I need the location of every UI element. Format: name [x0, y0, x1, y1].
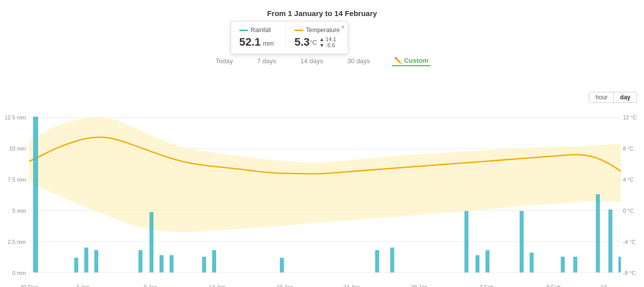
- x-label-8: 8 Feb: [546, 284, 560, 287]
- bar-16: [520, 211, 524, 272]
- tooltip-temp-label: Temperature: [294, 27, 340, 34]
- y-right-1: 8 °C: [623, 146, 634, 152]
- bar-18: [561, 257, 565, 272]
- bar-13: [464, 211, 468, 272]
- y-right-2: 4 °C: [623, 177, 634, 183]
- tooltip-rainfall-label: Rainfall: [239, 27, 278, 34]
- y-right-3: 0 °C: [623, 208, 634, 214]
- chart-area: 12.5 mm 10 mm 7.5 mm 5 mm 2.5 mm 0 mm 12…: [0, 100, 644, 273]
- bar-2: [84, 247, 88, 272]
- tab-7days[interactable]: 7 days: [255, 56, 278, 66]
- period-tabs: Today 7 days 14 days 30 days ✏️ Custom: [0, 56, 644, 66]
- bar-6: [159, 255, 164, 272]
- y-axis-left: 12.5 mm 10 mm 7.5 mm 5 mm 2.5 mm 0 mm: [0, 100, 29, 273]
- temp-legend-line: [294, 30, 303, 31]
- temperature-value: 5.3: [294, 36, 310, 49]
- bar-4: [138, 250, 142, 272]
- y-axis-right: 12 °C 8 °C 4 °C 0 °C -4 °C -8 °C: [621, 100, 644, 273]
- tooltip-popup: Rainfall 52.1 mm Temperature 5.3 °C ▲ 14…: [231, 21, 348, 54]
- bar-5: [149, 212, 153, 272]
- bar-12: [390, 247, 394, 272]
- bar-8: [202, 257, 206, 272]
- chart-svg-wrapper: [29, 100, 621, 273]
- pencil-icon: ✏️: [394, 57, 402, 64]
- bar-9: [212, 250, 216, 272]
- tab-30days[interactable]: 30 days: [345, 56, 372, 66]
- bar-20: [596, 194, 600, 272]
- temp-minmax: ▲ 14.1 ▼ -5.6: [319, 36, 336, 48]
- bar-10: [280, 258, 284, 272]
- x-label-2: 9 Jan: [143, 284, 157, 287]
- x-label-6: 29 Jan: [411, 284, 427, 287]
- x-label-4: 19 Jan: [276, 284, 293, 287]
- bar-17: [530, 253, 534, 272]
- tab-today[interactable]: Today: [214, 56, 235, 66]
- y-left-4: 2.5 mm: [8, 239, 26, 245]
- bar-1: [74, 258, 78, 272]
- bar-15: [486, 250, 490, 272]
- y-left-3: 5 mm: [13, 208, 27, 214]
- bar-21: [608, 210, 612, 272]
- rainfall-value: 52.1: [239, 36, 261, 48]
- tab-custom[interactable]: ✏️ Custom: [392, 56, 430, 66]
- chart-svg: [29, 100, 621, 273]
- tooltip-temperature: Temperature 5.3 °C ▲ 14.1 ▼ -5.6: [286, 22, 348, 54]
- tooltip-close-button[interactable]: ×: [341, 24, 345, 30]
- chart-title: From 1 January to 14 February: [0, 0, 644, 22]
- x-label-5: 24 Jan: [344, 284, 360, 287]
- y-right-5: -8 °C: [623, 270, 635, 276]
- rainfall-unit: mm: [263, 40, 274, 47]
- rainfall-legend-line: [239, 30, 248, 31]
- bar-14: [475, 255, 479, 272]
- bar-0: [33, 116, 38, 272]
- y-right-0: 12 °C: [623, 114, 637, 120]
- temp-band: [29, 117, 621, 232]
- bar-19: [573, 257, 577, 272]
- y-right-4: -4 °C: [623, 239, 635, 245]
- bar-3: [94, 250, 98, 272]
- y-left-1: 10 mm: [9, 146, 26, 152]
- y-left-2: 7.5 mm: [8, 177, 26, 183]
- chart-container: From 1 January to 14 February Rainfall 5…: [0, 0, 644, 287]
- x-label-1: 4 Jan: [76, 284, 90, 287]
- bar-22: [618, 257, 621, 272]
- tab-14days[interactable]: 14 days: [298, 56, 326, 66]
- x-label-3: 14 Jan: [209, 284, 226, 287]
- y-left-0: 12.5 mm: [5, 114, 26, 120]
- bar-11: [375, 250, 379, 272]
- bar-7: [170, 255, 174, 272]
- temperature-unit: °C: [310, 39, 317, 46]
- x-label-7: 3 Feb: [479, 284, 494, 287]
- x-label-9: 13 Feb: [600, 284, 614, 287]
- x-label-0: 30 Dec: [21, 284, 38, 287]
- tooltip-rainfall: Rainfall 52.1 mm: [231, 22, 286, 54]
- y-left-5: 0 mm: [13, 270, 27, 276]
